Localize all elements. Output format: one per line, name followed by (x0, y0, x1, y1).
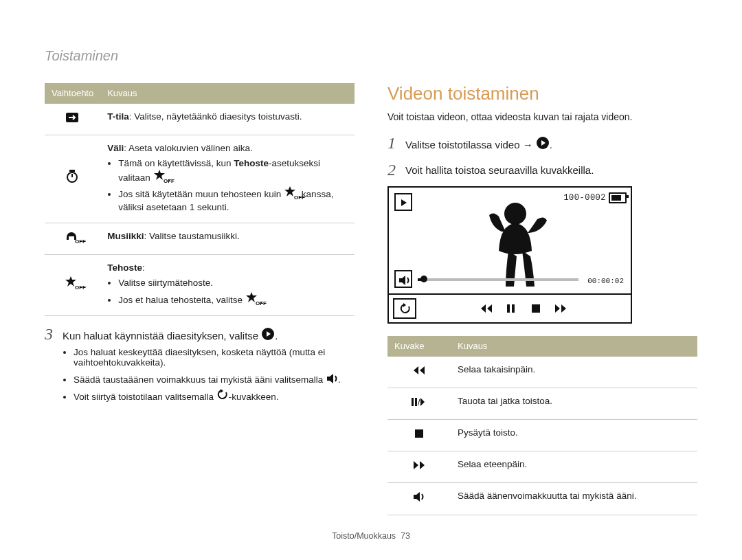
rewind-icon (412, 363, 426, 377)
icon-th-icon: Kuvake (387, 336, 451, 357)
star-off-icon (245, 292, 260, 304)
star-off-icon (65, 276, 81, 290)
icon-desc: Selaa eteenpäin. (451, 451, 697, 483)
step-number: 1 (387, 135, 405, 152)
step-3: 3 Kun haluat käynnistää diaesityksen, va… (45, 326, 355, 343)
forward-icon (554, 302, 567, 315)
intro-text: Voit toistaa videon, ottaa videosta kuva… (387, 111, 697, 122)
stop-icon (529, 302, 543, 315)
file-counter: 100-0002 (563, 193, 606, 203)
right-column: Videon toistaminen Voit toistaa videon, … (387, 83, 697, 515)
options-th-option: Vaihtoehto (45, 83, 100, 104)
icon-desc: Säädä äänenvoimakkuutta tai mykistä ääni… (451, 483, 697, 515)
options-th-desc: Kuvaus (100, 83, 355, 104)
rewind-icon (480, 302, 493, 315)
option-desc: Tehoste: Valitse siirtymätehoste. Jos et… (100, 255, 355, 316)
section-title: Toistaminen (45, 48, 697, 64)
page-footer: Toisto/Muokkaus 73 (0, 531, 742, 541)
heading-video-playback: Videon toistaminen (387, 83, 697, 104)
star-off-icon (153, 170, 168, 182)
icon-desc: Selaa takaisinpäin. (451, 357, 697, 388)
step-3-bullets: Jos haluat keskeyttää diaesityksen, kosk… (63, 347, 355, 402)
step-number: 2 (387, 161, 405, 178)
interval-icon (65, 170, 80, 185)
pause-play-icon (411, 395, 427, 409)
option-desc: Musiikki: Valitse taustamusiikki. (100, 223, 355, 254)
icon-desc: Pysäytä toisto. (451, 419, 697, 451)
playback-indicator-icon (394, 193, 412, 211)
play-circle-icon (261, 327, 275, 341)
option-desc: Väli: Aseta valokuvien välinen aika. Täm… (100, 135, 355, 223)
option-icon-cell (45, 223, 100, 254)
progress-bar (418, 278, 578, 281)
step-body: Kun haluat käynnistää diaesityksen, vali… (63, 326, 278, 343)
stop-icon (412, 427, 426, 440)
headphones-off-icon (65, 230, 81, 244)
battery-icon (609, 192, 627, 203)
pause-icon (504, 302, 518, 315)
step-2: 2 Voit hallita toistoa seuraavilla kuvak… (387, 161, 697, 178)
step-body: Voit hallita toistoa seuraavilla kuvakke… (405, 161, 594, 178)
volume-button (394, 270, 412, 288)
option-icon-cell (45, 104, 100, 135)
video-player-screenshot: 100-0002 00:00:02 (387, 186, 632, 324)
option-icon-cell (45, 255, 100, 316)
silhouette-figure (481, 197, 563, 287)
options-table: Vaihtoehto Kuvaus T-tila: Valitse, näyte… (45, 83, 355, 316)
speaker-icon (412, 490, 426, 504)
icon-table: Kuvake Kuvaus Selaa takaisinpäin. Tauota… (387, 336, 697, 515)
speaker-icon (326, 372, 338, 384)
svg-point-13 (504, 203, 526, 225)
play-circle-icon (536, 136, 550, 150)
back-button (393, 298, 416, 319)
step-body: Valitse toistotilassa video → . (405, 135, 552, 152)
arrow-right-box-icon (65, 111, 80, 124)
step-1: 1 Valitse toistotilassa video → . (387, 135, 697, 152)
icon-desc: Tauota tai jatka toistoa. (451, 388, 697, 419)
left-column: Vaihtoehto Kuvaus T-tila: Valitse, näyte… (45, 83, 355, 515)
back-arrow-icon (216, 389, 229, 401)
forward-icon (412, 458, 426, 472)
step-number: 3 (45, 326, 63, 343)
timecode: 00:00:02 (587, 277, 624, 285)
option-icon-cell (45, 135, 100, 223)
star-off-icon (284, 186, 299, 199)
icon-th-desc: Kuvaus (451, 336, 697, 357)
option-desc: T-tila: Valitse, näytetäänkö diaesitys t… (100, 104, 355, 135)
